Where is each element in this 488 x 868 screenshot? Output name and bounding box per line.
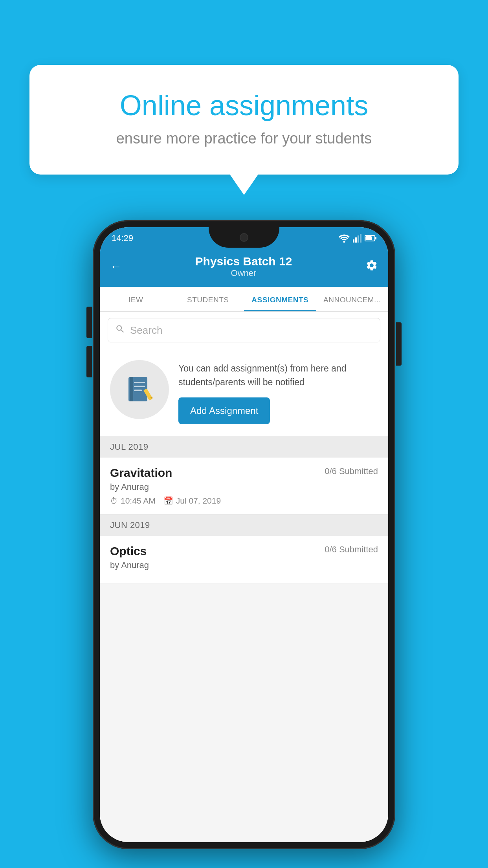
svg-rect-4 — [360, 234, 361, 243]
header-subtitle: Owner — [195, 268, 292, 278]
phone-content: Search — [100, 312, 388, 842]
tab-students[interactable]: STUDENTS — [172, 287, 244, 311]
assignment-name-optics: Optics — [110, 544, 147, 558]
clock-icon: ⏱ — [110, 497, 118, 506]
tab-iew[interactable]: IEW — [100, 287, 172, 311]
search-container: Search — [100, 312, 388, 349]
volume-up-button — [86, 307, 92, 338]
assignment-date-gravitation: 📅 Jul 07, 2019 — [163, 496, 221, 506]
speech-bubble: Online assignments ensure more practice … — [29, 65, 459, 175]
search-icon — [115, 324, 125, 337]
search-placeholder: Search — [130, 324, 162, 337]
front-camera — [240, 233, 248, 242]
notebook-icon — [124, 374, 155, 405]
assignment-item-optics[interactable]: Optics 0/6 Submitted by Anurag — [100, 536, 388, 583]
assignment-row-top-optics: Optics 0/6 Submitted — [110, 544, 378, 558]
battery-icon — [365, 235, 376, 242]
speech-bubble-title: Online assignments — [57, 88, 431, 122]
svg-rect-3 — [358, 235, 359, 243]
power-button — [396, 322, 402, 366]
assignment-submitted-gravitation: 0/6 Submitted — [325, 466, 378, 476]
month-separator-jun: JUN 2019 — [100, 515, 388, 536]
header-title: Physics Batch 12 — [195, 255, 292, 268]
status-icons — [339, 234, 376, 243]
calendar-icon: 📅 — [163, 496, 173, 506]
svg-rect-10 — [134, 382, 145, 383]
search-input-wrapper[interactable]: Search — [108, 318, 380, 342]
promo-section: You can add assignment(s) from here and … — [100, 349, 388, 436]
tab-announcements[interactable]: ANNOUNCEM... — [316, 287, 389, 311]
add-assignment-button[interactable]: Add Assignment — [178, 397, 270, 424]
svg-rect-6 — [365, 236, 372, 240]
phone-device: 14:29 — [93, 220, 395, 849]
svg-rect-12 — [134, 390, 142, 391]
back-button[interactable]: ← — [110, 260, 122, 273]
wifi-icon — [339, 234, 350, 243]
svg-rect-7 — [375, 237, 376, 240]
settings-icon[interactable] — [365, 259, 378, 274]
status-time: 14:29 — [112, 233, 133, 243]
svg-point-0 — [343, 241, 345, 243]
svg-rect-9 — [130, 377, 133, 401]
month-separator-jul: JUL 2019 — [100, 436, 388, 458]
assignment-time-gravitation: ⏱ 10:45 AM — [110, 496, 156, 506]
tabs-bar: IEW STUDENTS ASSIGNMENTS ANNOUNCEM... — [100, 287, 388, 312]
phone-notch — [209, 227, 279, 248]
assignment-name-gravitation: Gravitation — [110, 466, 172, 480]
svg-rect-1 — [353, 239, 354, 243]
promo-icon — [110, 360, 169, 419]
promo-text: You can add assignment(s) from here and … — [178, 362, 378, 389]
svg-rect-2 — [355, 237, 357, 243]
assignment-by-optics: by Anurag — [110, 560, 378, 570]
promo-content: You can add assignment(s) from here and … — [178, 360, 378, 424]
tab-assignments[interactable]: ASSIGNMENTS — [244, 287, 316, 311]
signal-icon — [353, 234, 361, 243]
assignment-meta-gravitation: ⏱ 10:45 AM 📅 Jul 07, 2019 — [110, 496, 378, 506]
header-center: Physics Batch 12 Owner — [195, 255, 292, 278]
phone-screen: 14:29 — [100, 227, 388, 842]
speech-bubble-subtitle: ensure more practice for your students — [57, 130, 431, 147]
app-header: ← Physics Batch 12 Owner — [100, 248, 388, 287]
volume-down-button — [86, 346, 92, 377]
assignment-submitted-optics: 0/6 Submitted — [325, 544, 378, 555]
assignment-item-gravitation[interactable]: Gravitation 0/6 Submitted by Anurag ⏱ 10… — [100, 458, 388, 515]
svg-rect-11 — [134, 386, 145, 387]
assignment-row-top: Gravitation 0/6 Submitted — [110, 466, 378, 480]
assignment-by-gravitation: by Anurag — [110, 482, 378, 492]
